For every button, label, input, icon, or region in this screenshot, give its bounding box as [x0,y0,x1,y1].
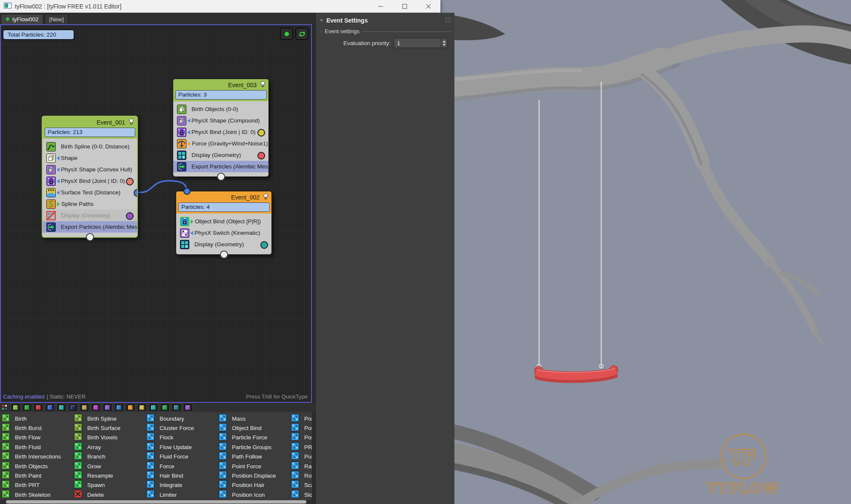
depot-item-position-displace[interactable]: Position Displace [219,471,291,480]
op-object_bind[interactable]: Object Bind (Object [P|R]) [176,216,271,227]
filter-button-7[interactable] [80,403,89,412]
minimize-button[interactable] [369,0,393,12]
op-display_off[interactable]: Display (Geometry) [43,210,137,221]
tab-tyflow002[interactable]: tyFlow002 [1,14,43,24]
depot-item-position-icon[interactable]: Position Icon [219,490,291,499]
window-titlebar[interactable]: tyFlow002 : [tyFlow FREE v1.011 Editor] [0,0,440,13]
node-canvas[interactable]: Total Particles: 220 Event_003Particles:… [0,24,312,403]
scrollbar-thumb[interactable] [6,500,306,504]
depot-item-resample[interactable]: Resample [74,471,146,480]
spinner-arrows[interactable] [441,38,447,48]
depot-item-birth-prt[interactable]: Birth PRT [2,481,74,490]
depot-item-slo[interactable]: Slo [291,490,312,499]
filter-button-10[interactable] [114,403,124,412]
filter-button-1[interactable] [11,403,20,412]
op-physx_shape[interactable]: PhysX Shape (Compound) [173,115,268,126]
depot-item-ras[interactable]: Ras [291,461,312,471]
op-shape[interactable]: Shape [43,152,137,164]
node-header[interactable]: Event_003Particles: 3 [173,79,268,101]
op-surface_test[interactable]: Surface Test (Distance) [43,187,137,198]
depot-item-birth-paint[interactable]: Birth Paint [2,471,74,480]
depot-item-branch[interactable]: Branch [74,452,146,461]
filter-button-14[interactable] [160,403,170,412]
enable-bulb-icon[interactable] [128,118,134,127]
depot-item-birth-objects[interactable]: Birth Objects [2,461,74,471]
depot-item-path-follow[interactable]: Path Follow [219,452,291,461]
op-output-dot[interactable] [260,241,268,249]
node-output-connector[interactable] [217,173,225,181]
evaluation-priority-value[interactable]: 1 [394,38,441,48]
op-physx_bind[interactable]: PhysX Bind (Joint | ID: 0) [43,175,137,187]
node-event-002[interactable]: Event_002Particles: 4Object Bind (Object… [176,191,272,255]
depot-item-birth-intersections[interactable]: Birth Intersections [2,452,74,461]
filter-button-13[interactable] [148,403,158,412]
depot-item-array[interactable]: Array [74,442,146,452]
filter-button-3[interactable] [34,403,43,412]
filter-button-15[interactable] [171,403,181,412]
depot-item-pos[interactable]: Pos [291,423,312,433]
tab-new[interactable]: [New] [45,14,69,24]
op-physx_shape[interactable]: PhysX Shape (Convex Hull) [43,164,137,175]
depot-item-birth-flow[interactable]: Birth Flow [2,433,74,442]
depot-item-particle-force[interactable]: Particle Force [219,433,291,442]
depot-item-birth[interactable]: Birth [2,414,74,423]
node-output-connector[interactable] [220,251,228,259]
depot-item-flock[interactable]: Flock [146,433,219,442]
test-output-connector[interactable] [134,189,137,197]
depot-item-integrate[interactable]: Integrate [146,481,219,490]
depot-item-point-force[interactable]: Point Force [219,461,291,471]
op-spline_paths[interactable]: Spline Paths [43,198,137,210]
filter-button-16[interactable] [183,403,193,412]
depot-item-boundary[interactable]: Boundary [146,414,219,423]
rollout-header[interactable]: ▼ Event Settings [316,15,454,26]
filter-button-5[interactable] [57,403,66,412]
depot-item-hair-bind[interactable]: Hair Bind [146,471,219,480]
particles-toggle-button[interactable] [280,28,293,40]
depot-item-prt[interactable]: PRT [291,442,312,452]
depot-item-position-hair[interactable]: Position Hair [219,481,291,490]
depot-item-pos[interactable]: Pos [291,433,312,442]
enable-bulb-icon[interactable] [263,193,269,202]
filter-button-4[interactable] [45,403,55,412]
op-force[interactable]: Force (Gravity+Wind+Noise1) [173,138,268,149]
depot-item-pus[interactable]: Pus [291,452,312,461]
depot-item-sca[interactable]: Sca [291,481,312,490]
depot-item-particle-groups[interactable]: Particle Groups [219,442,291,452]
depot-grid-icon[interactable] [1,404,8,411]
op-output-dot[interactable] [126,212,134,220]
op-output-dot[interactable] [257,129,265,137]
op-export[interactable]: Export Particles (Alembic Mes... [173,161,268,172]
depot-item-flow-update[interactable]: Flow Update [146,442,219,452]
depot-item-force[interactable]: Force [146,461,219,471]
maximize-button[interactable] [393,0,417,12]
depot-item-object-bind[interactable]: Object Bind [219,423,291,433]
depot-item-limiter[interactable]: Limiter [146,490,219,499]
depot-scrollbar[interactable] [0,500,312,504]
op-birth_spline[interactable]: Birth Spline (0-0: Distance) [43,141,137,152]
filter-button-12[interactable] [137,403,147,412]
op-export[interactable]: Export Particles (Alembic Mes... [43,221,137,233]
op-display[interactable]: Display (Geometry) [176,239,271,250]
node-input-connector[interactable] [183,188,191,195]
depot-item-birth-voxels[interactable]: Birth Voxels [74,433,146,442]
op-birth_objects[interactable]: Birth Objects (0-0) [173,103,268,115]
node-event-003[interactable]: Event_003Particles: 3Birth Objects (0-0)… [173,79,269,177]
viewport-3d[interactable]: TF TYFLOW [440,0,851,504]
filter-button-2[interactable] [22,403,32,412]
depot-item-grow[interactable]: Grow [74,461,146,471]
filter-button-11[interactable] [126,403,135,412]
op-output-dot[interactable] [126,178,134,185]
depot-item-mass[interactable]: Mass [219,414,291,423]
node-event-001[interactable]: Event_001Particles: 213Birth Spline (0-0… [42,116,138,238]
filter-button-6[interactable] [68,403,78,412]
depot-item-birth-burst[interactable]: Birth Burst [2,423,74,433]
node-header[interactable]: Event_001Particles: 213 [43,117,137,139]
depot-item-pos[interactable]: Pos [291,414,312,423]
op-display[interactable]: Display (Geometry) [173,149,268,161]
filter-button-8[interactable] [91,403,101,412]
refresh-button[interactable] [295,28,308,40]
depot-item-birth-spline[interactable]: Birth Spline [74,414,146,423]
evaluation-priority-spinner[interactable]: 1 [394,38,448,48]
op-physx_switch[interactable]: PhysX Switch (Kinematic) [176,227,271,239]
depot-item-delete[interactable]: Delete [74,490,146,499]
